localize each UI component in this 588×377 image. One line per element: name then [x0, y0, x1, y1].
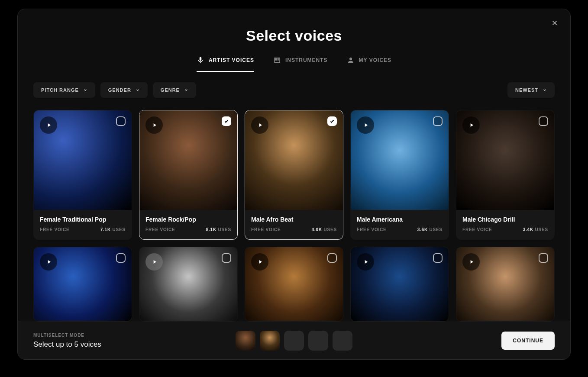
voice-name: Male Americana — [357, 216, 443, 223]
play-button[interactable] — [40, 253, 57, 271]
select-checkbox[interactable] — [539, 116, 548, 126]
svg-point-0 — [349, 58, 352, 60]
check-icon — [224, 119, 229, 124]
voice-card[interactable] — [139, 247, 238, 322]
play-icon — [468, 122, 475, 128]
select-checkbox[interactable] — [327, 116, 337, 126]
play-icon — [46, 259, 52, 265]
voice-name: Female Rock/Pop — [145, 216, 231, 223]
voice-uses: 8.1K USES — [206, 227, 231, 232]
select-checkbox[interactable] — [116, 253, 126, 263]
play-icon — [257, 122, 263, 128]
select-checkbox[interactable] — [433, 253, 443, 263]
selection-slot-empty — [333, 331, 352, 351]
selection-slot-empty — [284, 331, 304, 351]
select-voices-modal: Select voices ARTIST VOICES INSTRUMENTS … — [17, 9, 571, 360]
selection-slot-empty — [308, 331, 328, 351]
filter-genre[interactable]: GENRE — [153, 82, 196, 98]
voice-card[interactable]: Male Afro Beat FREE VOICE 4.0K USES — [245, 110, 343, 240]
voice-artwork — [351, 247, 449, 321]
sort-label: NEWEST — [515, 87, 538, 93]
play-button[interactable] — [251, 116, 268, 134]
voice-card[interactable]: Female Traditional Pop FREE VOICE 7.1K U… — [33, 110, 132, 240]
voice-card[interactable] — [350, 247, 449, 322]
voice-card[interactable] — [33, 247, 132, 322]
filter-gender[interactable]: GENDER — [100, 82, 148, 98]
play-button[interactable] — [145, 116, 163, 134]
voice-card[interactable] — [456, 247, 555, 322]
chevron-down-icon — [184, 88, 188, 92]
voice-artwork — [245, 247, 343, 321]
play-button[interactable] — [251, 253, 268, 271]
select-checkbox[interactable] — [222, 116, 231, 126]
tab-instruments[interactable]: INSTRUMENTS — [273, 56, 328, 72]
voice-card[interactable]: Female Rock/Pop FREE VOICE 8.1K USES — [139, 110, 238, 240]
voice-uses: 4.0K USES — [312, 227, 337, 232]
voice-badge: FREE VOICE — [251, 227, 281, 232]
sort-newest[interactable]: NEWEST — [507, 82, 555, 98]
voices-grid: Female Traditional Pop FREE VOICE 7.1K U… — [18, 106, 570, 322]
voice-card[interactable]: Male Chicago Drill FREE VOICE 3.4K USES — [456, 110, 555, 240]
play-button[interactable] — [357, 253, 374, 271]
close-icon — [551, 19, 559, 27]
check-icon — [330, 119, 335, 124]
play-icon — [363, 122, 369, 128]
voice-artwork — [351, 110, 449, 210]
play-button[interactable] — [145, 253, 163, 271]
tab-label: MY VOICES — [359, 57, 391, 63]
voice-badge: FREE VOICE — [462, 227, 492, 232]
voice-badge: FREE VOICE — [357, 227, 387, 232]
select-checkbox[interactable] — [433, 116, 443, 126]
selection-slot[interactable] — [236, 331, 255, 351]
voice-artwork — [245, 110, 343, 210]
voice-tabs: ARTIST VOICES INSTRUMENTS MY VOICES — [18, 56, 570, 72]
footer-bar: MULTISELECT MODE Select up to 5 voices C… — [18, 322, 570, 359]
selection-slots — [236, 331, 352, 351]
voice-artwork — [456, 247, 554, 321]
voice-card[interactable] — [245, 247, 343, 322]
play-button[interactable] — [357, 116, 374, 134]
tab-label: ARTIST VOICES — [209, 57, 254, 63]
voice-card[interactable]: Male Americana FREE VOICE 3.6K USES — [350, 110, 449, 240]
chevron-down-icon — [543, 88, 547, 92]
voice-name: Male Afro Beat — [251, 216, 337, 223]
select-checkbox[interactable] — [327, 253, 337, 263]
play-icon — [46, 122, 52, 128]
voice-name: Female Traditional Pop — [40, 216, 126, 223]
filter-label: PITCH RANGE — [41, 87, 79, 93]
mic-icon — [197, 56, 204, 64]
select-checkbox[interactable] — [116, 116, 126, 126]
select-checkbox[interactable] — [222, 253, 231, 263]
voice-uses: 3.6K USES — [417, 227, 443, 232]
multiselect-instruction: Select up to 5 voices — [33, 340, 101, 349]
play-icon — [152, 259, 158, 265]
filter-pitch-range[interactable]: PITCH RANGE — [33, 82, 95, 98]
filter-label: GENRE — [161, 87, 180, 93]
person-icon — [347, 56, 355, 64]
select-checkbox[interactable] — [539, 253, 548, 263]
close-button[interactable] — [549, 17, 561, 29]
chevron-down-icon — [83, 88, 87, 92]
filters-row: PITCH RANGE GENDER GENRE NEWEST — [18, 72, 570, 106]
tab-artist-voices[interactable]: ARTIST VOICES — [197, 56, 254, 72]
voice-uses: 7.1K USES — [100, 227, 126, 232]
voice-name: Male Chicago Drill — [462, 216, 548, 223]
play-button[interactable] — [40, 116, 57, 134]
play-icon — [257, 259, 263, 265]
tab-label: INSTRUMENTS — [285, 57, 328, 63]
voice-badge: FREE VOICE — [145, 227, 175, 232]
voice-badge: FREE VOICE — [40, 227, 70, 232]
voice-artwork — [139, 110, 237, 210]
play-icon — [363, 259, 369, 265]
voice-artwork — [139, 247, 237, 321]
multiselect-mode-label: MULTISELECT MODE — [33, 333, 101, 338]
selection-slot[interactable] — [260, 331, 280, 351]
play-button[interactable] — [462, 253, 480, 271]
voice-artwork — [34, 247, 132, 321]
tab-my-voices[interactable]: MY VOICES — [347, 56, 391, 72]
play-button[interactable] — [462, 116, 480, 134]
chevron-down-icon — [136, 88, 140, 92]
continue-button[interactable]: CONTINUE — [501, 332, 555, 350]
play-icon — [468, 259, 475, 265]
modal-title: Select voices — [18, 27, 570, 44]
